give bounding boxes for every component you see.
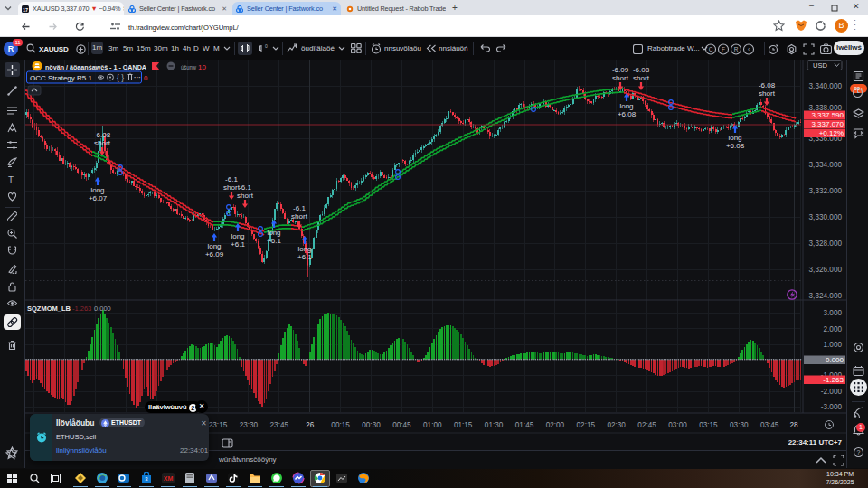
svg-text:01:00: 01:00 bbox=[423, 421, 442, 429]
svg-text:3,334.000: 3,334.000 bbox=[809, 161, 843, 169]
svg-text:3,324.000: 3,324.000 bbox=[809, 292, 843, 300]
svg-text:‹: ‹ bbox=[748, 46, 750, 52]
svg-text:F: F bbox=[722, 46, 725, 52]
svg-text:long: long bbox=[619, 102, 633, 110]
svg-text:02:15: 02:15 bbox=[577, 421, 596, 429]
svg-text:növän / äöaanśawčš - 1 - OANDA: növän / äöaanśawčš - 1 - OANDA bbox=[45, 63, 146, 71]
svg-text:short: short bbox=[291, 212, 308, 221]
svg-text:00:45: 00:45 bbox=[392, 421, 411, 429]
svg-text:short: short bbox=[633, 74, 650, 82]
svg-text:+6.1: +6.1 bbox=[297, 253, 312, 261]
svg-text:short: short bbox=[223, 183, 241, 192]
svg-text:{ }: { } bbox=[117, 73, 124, 82]
svg-text:long: long bbox=[207, 242, 221, 250]
svg-text:+6.08: +6.08 bbox=[618, 110, 637, 118]
svg-text:+6.09: +6.09 bbox=[205, 250, 224, 258]
svg-text:+6.1: +6.1 bbox=[267, 237, 281, 245]
svg-text:02:30: 02:30 bbox=[607, 421, 626, 429]
svg-text:-6.1: -6.1 bbox=[293, 204, 306, 212]
svg-text:1.000: 1.000 bbox=[824, 341, 843, 349]
svg-text:0.000: 0.000 bbox=[94, 305, 111, 313]
svg-text:00:15: 00:15 bbox=[331, 421, 350, 429]
svg-text:···: ··· bbox=[134, 73, 141, 81]
svg-text:03:45: 03:45 bbox=[760, 421, 779, 429]
svg-text:0: 0 bbox=[265, 43, 268, 49]
svg-text:17: 17 bbox=[23, 6, 28, 12]
svg-text:3,330.000: 3,330.000 bbox=[809, 213, 843, 221]
svg-text:R: R bbox=[734, 46, 739, 52]
svg-text:3,337.070: 3,337.070 bbox=[811, 120, 844, 128]
svg-text:02:00: 02:00 bbox=[546, 421, 565, 429]
svg-text:02:45: 02:45 bbox=[637, 421, 656, 429]
svg-text:03:15: 03:15 bbox=[699, 421, 718, 429]
svg-text:long: long bbox=[231, 232, 244, 240]
svg-text:+6.07: +6.07 bbox=[89, 194, 108, 202]
svg-text:10: 10 bbox=[198, 63, 206, 71]
svg-text:short: short bbox=[237, 192, 254, 200]
svg-text:-1.263: -1.263 bbox=[72, 305, 91, 313]
svg-text:+6.08: +6.08 bbox=[726, 142, 745, 150]
svg-text:3,337.590: 3,337.590 bbox=[811, 111, 844, 119]
svg-text:23:30: 23:30 bbox=[240, 421, 259, 429]
svg-text:3,328.000: 3,328.000 bbox=[809, 239, 843, 248]
svg-text:-3.000: -3.000 bbox=[821, 403, 843, 411]
svg-text:01:30: 01:30 bbox=[485, 421, 504, 429]
svg-text:23:15: 23:15 bbox=[209, 421, 228, 429]
svg-text:-6.08: -6.08 bbox=[759, 81, 776, 89]
svg-text:-2.000: -2.000 bbox=[821, 388, 843, 396]
svg-text:short: short bbox=[612, 74, 629, 82]
svg-text:0: 0 bbox=[144, 74, 148, 82]
svg-text:+0.12%: +0.12% bbox=[819, 129, 844, 137]
svg-text:01:15: 01:15 bbox=[454, 421, 473, 429]
svg-text:3,340.000: 3,340.000 bbox=[809, 82, 843, 90]
svg-text:SQZMOM_LB: SQZMOM_LB bbox=[27, 305, 71, 313]
svg-text:long: long bbox=[297, 245, 311, 253]
svg-text:3,326.000: 3,326.000 bbox=[809, 266, 843, 274]
svg-text:03:00: 03:00 bbox=[668, 421, 687, 429]
svg-text:3,332.000: 3,332.000 bbox=[809, 187, 843, 195]
svg-text:3.000: 3.000 bbox=[824, 309, 843, 317]
svg-text:short: short bbox=[759, 89, 776, 98]
svg-text:-6.09: -6.09 bbox=[612, 66, 629, 74]
svg-text:-6.1: -6.1 bbox=[239, 183, 251, 192]
svg-text:C: C bbox=[709, 46, 713, 52]
svg-text:03:30: 03:30 bbox=[730, 421, 749, 429]
svg-text:22:34:11 UTC+7: 22:34:11 UTC+7 bbox=[788, 438, 843, 446]
svg-text:USD: USD bbox=[813, 61, 827, 70]
svg-text:23:45: 23:45 bbox=[270, 421, 289, 429]
svg-text:XM: XM bbox=[164, 475, 174, 482]
svg-text:-6.1: -6.1 bbox=[225, 175, 238, 183]
svg-text:-6.08: -6.08 bbox=[633, 66, 650, 74]
svg-text:28: 28 bbox=[789, 421, 798, 429]
svg-text:short: short bbox=[94, 139, 111, 147]
svg-text:+6.1: +6.1 bbox=[231, 240, 245, 249]
svg-text:01:45: 01:45 bbox=[515, 421, 534, 429]
svg-text:?: ? bbox=[857, 449, 861, 455]
svg-text:0.000: 0.000 bbox=[826, 356, 844, 364]
svg-text:-1.263: -1.263 bbox=[823, 376, 844, 384]
svg-text:00:30: 00:30 bbox=[362, 421, 381, 429]
svg-text:2.000: 2.000 bbox=[824, 325, 843, 333]
svg-text:ùšunw: ùšunw bbox=[181, 63, 196, 71]
svg-text:long: long bbox=[267, 229, 280, 237]
svg-text:OCC Strategy R5.1: OCC Strategy R5.1 bbox=[30, 74, 92, 82]
svg-text:26: 26 bbox=[306, 421, 315, 429]
svg-text:long: long bbox=[90, 186, 104, 194]
svg-text:long: long bbox=[728, 134, 741, 142]
svg-text:-6.08: -6.08 bbox=[94, 131, 111, 139]
